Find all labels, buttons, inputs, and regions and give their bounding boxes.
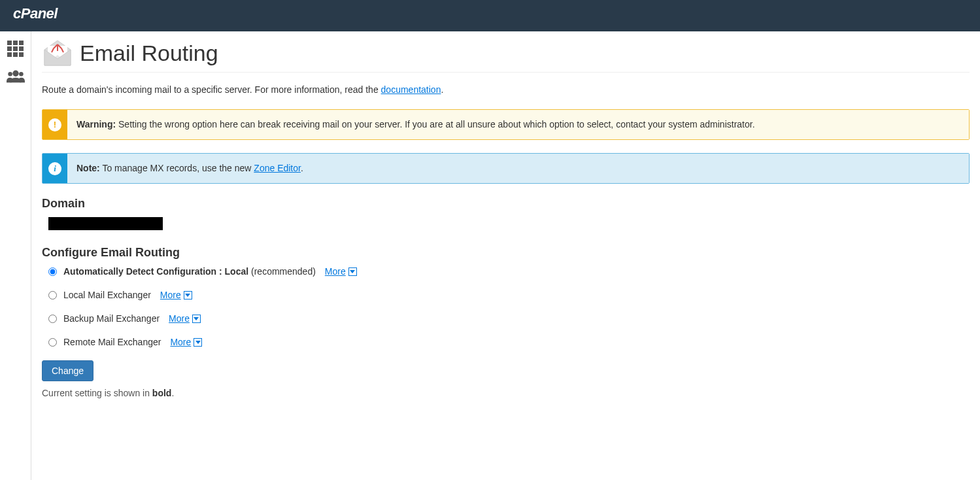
page-description: Route a domain's incoming mail to a spec…	[42, 84, 970, 95]
apps-grid-icon[interactable]	[7, 41, 25, 56]
top-header: cPanel	[0, 0, 980, 31]
info-alert: i Note: To manage MX records, use the ne…	[42, 153, 970, 184]
more-link-remote[interactable]: More	[170, 337, 202, 347]
routing-option-auto: Automatically Detect Configuration : Loc…	[48, 266, 970, 277]
email-routing-icon	[42, 39, 73, 67]
routing-radio-remote[interactable]	[48, 338, 57, 347]
routing-radio-auto[interactable]	[48, 267, 57, 276]
svg-point-1	[12, 71, 18, 77]
routing-label-auto[interactable]: Automatically Detect Configuration : Loc…	[63, 266, 316, 277]
warning-icon: !	[42, 110, 67, 139]
routing-radio-backup[interactable]	[48, 315, 57, 323]
users-icon[interactable]	[7, 68, 25, 84]
zone-editor-link[interactable]: Zone Editor	[254, 163, 301, 173]
chevron-down-icon	[184, 291, 192, 300]
documentation-link[interactable]: documentation	[381, 84, 441, 95]
change-button[interactable]: Change	[42, 360, 93, 381]
svg-point-3	[19, 72, 24, 77]
cpanel-logo[interactable]: cPanel	[13, 6, 76, 26]
routing-radio-local[interactable]	[48, 291, 57, 300]
routing-label-remote[interactable]: Remote Mail Exchanger	[63, 337, 161, 347]
more-link-auto[interactable]: More	[325, 266, 357, 277]
main-content: Email Routing Route a domain's incoming …	[31, 31, 980, 480]
chevron-down-icon	[194, 338, 202, 347]
domain-value	[48, 217, 163, 230]
chevron-down-icon	[348, 267, 357, 276]
page-title: Email Routing	[80, 41, 218, 66]
routing-option-remote: Remote Mail Exchanger More	[48, 337, 970, 347]
domain-heading: Domain	[42, 197, 970, 211]
left-sidebar	[0, 31, 31, 480]
routing-heading: Configure Email Routing	[42, 246, 970, 260]
svg-point-2	[8, 72, 12, 77]
info-icon: i	[42, 154, 67, 183]
svg-text:cPanel: cPanel	[13, 6, 58, 22]
more-link-backup[interactable]: More	[169, 313, 201, 324]
more-link-local[interactable]: More	[160, 290, 192, 300]
routing-option-backup: Backup Mail Exchanger More	[48, 313, 970, 324]
warning-alert: ! Warning: Setting the wrong option here…	[42, 109, 970, 140]
chevron-down-icon	[192, 315, 201, 323]
routing-label-local[interactable]: Local Mail Exchanger	[63, 290, 151, 300]
routing-label-backup[interactable]: Backup Mail Exchanger	[63, 313, 160, 324]
routing-option-local: Local Mail Exchanger More	[48, 290, 970, 300]
footnote: Current setting is shown in bold.	[42, 388, 970, 398]
